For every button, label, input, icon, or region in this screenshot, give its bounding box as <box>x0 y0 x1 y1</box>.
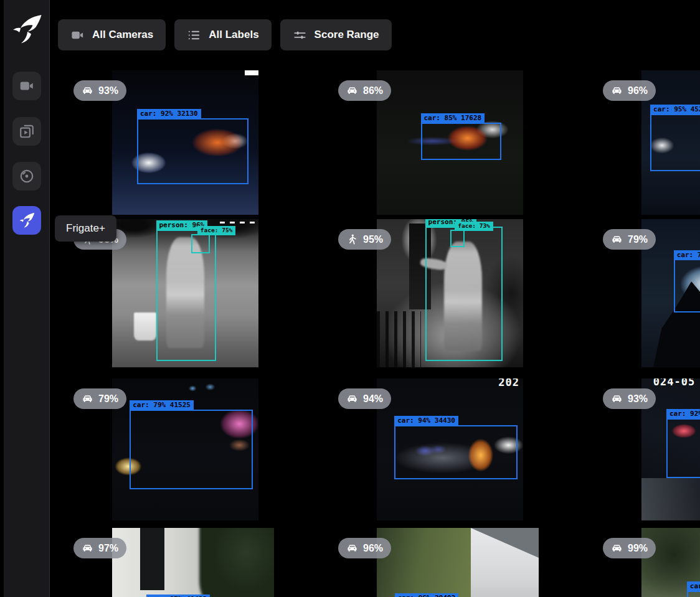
sidebar-item-review[interactable] <box>12 117 41 146</box>
timestamp-fragment: 202 <box>498 378 519 388</box>
detection-card[interactable]: car: 79% 79% <box>592 219 700 367</box>
frigate-plus-page: Frigate+ All Cameras All Labels Score Ra… <box>0 0 700 597</box>
sidebar <box>4 0 50 597</box>
house <box>471 528 539 597</box>
car-bounding-box: car: 79% 41525 <box>130 410 252 489</box>
score-text: 79% <box>98 393 118 405</box>
detection-card[interactable]: car: 85% 17628 86% <box>327 70 592 215</box>
detection-label: car: 94% 34430 <box>394 416 458 426</box>
score-badge: 79% <box>603 229 656 250</box>
score-text: 94% <box>363 393 383 405</box>
detection-thumbnail[interactable]: car: 97% 40432 <box>112 528 274 597</box>
detection-label: car: 92% 4218 <box>666 409 700 420</box>
detection-card[interactable]: 202 car: 94% 34430 94% <box>327 378 592 520</box>
detection-card[interactable]: car: 79% 41525 79% <box>62 378 327 520</box>
window-edge <box>0 0 4 597</box>
detection-label: car: 95% 45260 <box>650 105 700 115</box>
car-icon <box>611 542 623 554</box>
detection-label: car: 99% 25 <box>687 581 700 592</box>
score-text: 97% <box>98 543 118 554</box>
sidebar-item-frigate-plus[interactable] <box>12 206 41 235</box>
camera-icon <box>70 28 85 42</box>
video-camera-icon <box>19 78 35 94</box>
detection-thumbnail[interactable]: 202 car: 94% 34430 <box>377 378 523 520</box>
detection-card[interactable]: car: 96% 29493 96% <box>327 528 592 597</box>
score-badge: 93% <box>73 80 126 101</box>
bucket <box>134 313 156 341</box>
car-icon <box>346 85 358 96</box>
score-badge: 99% <box>603 538 656 558</box>
detection-label: car: 79% 41525 <box>130 400 194 411</box>
detection-thumbnail[interactable]: car: 79% 41525 <box>112 378 258 520</box>
filter-label: All Cameras <box>92 29 153 41</box>
score-text: 93% <box>98 85 118 96</box>
car-icon <box>346 393 358 405</box>
car-icon <box>611 393 623 405</box>
car-bounding-box: car: 85% 17628 <box>421 123 501 160</box>
list-icon <box>187 28 201 42</box>
detection-label: car: 97% 40432 <box>146 595 210 597</box>
car-bounding-box: car: 92% 4218 <box>666 418 700 478</box>
car-bounding-box: car: 95% 45260 <box>650 114 700 172</box>
driveway-highlight <box>641 478 700 520</box>
all-cameras-filter-button[interactable]: All Cameras <box>58 19 166 50</box>
frigate-logo <box>11 14 42 45</box>
score-text: 96% <box>363 543 383 554</box>
face-label: face: 75% <box>197 226 235 235</box>
score-text: 93% <box>628 393 648 405</box>
timestamp-fragment: 024-05 0 <box>653 378 700 388</box>
filter-label: All Labels <box>209 29 258 41</box>
detection-thumbnail[interactable]: person: 96% face: 75% <box>112 219 258 367</box>
detection-label: car: 79% <box>674 250 700 261</box>
detection-card[interactable]: 024-05 0 car: 92% 4218 93% <box>592 378 700 520</box>
car-icon <box>82 542 93 554</box>
detection-thumbnail[interactable]: car: 85% 17628 <box>377 70 523 215</box>
score-badge: 79% <box>73 388 126 409</box>
detection-card[interactable]: car: 99% 25 99% <box>592 528 700 597</box>
export-disc-icon <box>19 168 35 184</box>
person-icon <box>346 233 358 245</box>
detection-card[interactable]: person: 95% face: 73% 95% <box>327 219 592 367</box>
car-bounding-box: car: 79% <box>674 259 700 313</box>
detection-thumbnail[interactable]: car: 96% 29493 <box>377 528 539 597</box>
filter-label: Score Range <box>315 29 379 41</box>
detection-thumbnail[interactable]: car: 99% 25 <box>641 528 700 597</box>
sliders-icon <box>293 28 307 42</box>
all-labels-filter-button[interactable]: All Labels <box>174 19 271 50</box>
sidebar-item-export[interactable] <box>12 162 41 190</box>
score-badge: 97% <box>73 538 126 558</box>
house-porch <box>112 528 206 597</box>
detection-card[interactable]: car: 97% 40432 97% <box>62 528 327 597</box>
score-badge: 96% <box>603 80 656 101</box>
sidebar-item-cameras[interactable] <box>12 72 41 100</box>
car-icon <box>82 85 93 96</box>
detection-label: car: 85% 17628 <box>421 113 485 124</box>
score-badge: 86% <box>338 80 391 101</box>
frigate-bird-icon <box>19 212 35 228</box>
score-text: 96% <box>628 85 648 96</box>
score-badge: 93% <box>603 388 656 409</box>
score-text: 95% <box>363 234 383 245</box>
score-text: 99% <box>628 543 648 554</box>
grass-hill <box>377 528 471 597</box>
face-bounding-box: face: 75% <box>191 234 210 253</box>
score-range-filter-button[interactable]: Score Range <box>280 19 392 50</box>
detection-thumbnail[interactable]: car: 92% 32130 <box>112 70 258 215</box>
score-text: 79% <box>628 234 648 245</box>
car-icon <box>611 85 623 96</box>
car-bounding-box: car: 92% 32130 <box>137 118 248 185</box>
score-badge: 95% <box>338 229 391 250</box>
bushes <box>199 528 274 597</box>
score-text: 86% <box>363 85 383 96</box>
filter-toolbar: All Cameras All Labels Score Range <box>58 19 392 50</box>
face-label: face: 73% <box>455 222 493 231</box>
detection-card[interactable]: car: 92% 32130 93% <box>62 70 327 215</box>
frigate-plus-tooltip: Frigate+ <box>55 215 116 242</box>
detection-label: car: 96% 29493 <box>395 593 459 597</box>
detection-card[interactable]: car: 95% 45260 96% <box>592 70 700 215</box>
review-icon <box>19 123 35 139</box>
score-badge: 96% <box>338 538 391 558</box>
detection-thumbnail[interactable]: person: 95% face: 73% <box>377 219 523 367</box>
car-bounding-box: car: 94% 34430 <box>394 425 517 479</box>
face-bounding-box: face: 73% <box>450 230 465 248</box>
